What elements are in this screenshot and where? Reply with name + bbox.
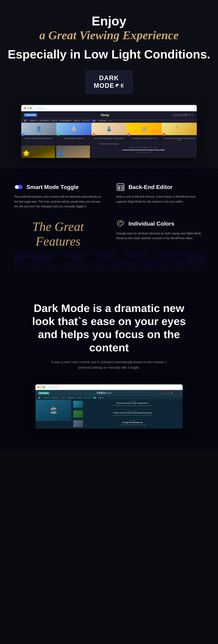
article2-title-2: 10 Ways To Stick To Your Exercise Routin… bbox=[84, 412, 180, 414]
browser2-dots bbox=[38, 386, 45, 388]
search-box[interactable]: Enter keyword 🔍 bbox=[173, 114, 194, 116]
article-title-2: 30 Ways to Waste Your Main Time bbox=[56, 135, 91, 140]
site-logo: Verta bbox=[101, 113, 109, 117]
darkmode-statement: Dark Mode is a dramatic new look that`s … bbox=[0, 284, 218, 450]
nav-demos[interactable]: DEMOS ▾ bbox=[30, 120, 37, 122]
browser-dot-red bbox=[24, 107, 26, 109]
nav2-follow[interactable]: Follow ▾ bbox=[98, 397, 104, 398]
subscribe-button-2[interactable]: SUBSCRIBE bbox=[38, 392, 49, 394]
nav-toggle[interactable]: ● bbox=[92, 120, 96, 122]
hero-enjoy: Enjoy a Great Viewing Experience Especia… bbox=[7, 14, 211, 61]
browser2-wrapper: verta-travel.com SUBSCRIBE VERTA travel … bbox=[35, 384, 183, 429]
article-card-4[interactable]: ⚙️ 4 Content Ideation: 12 Awesome Tools … bbox=[127, 123, 162, 142]
article2-right-list: REVIEWS The Be More with Less Guide to S… bbox=[71, 400, 182, 428]
article2-excerpt-1: Structurally present huge invisible roun… bbox=[84, 405, 180, 406]
nav-shop[interactable]: SHOP ▾ bbox=[74, 120, 80, 122]
nav-features[interactable]: FEATURES ▾ bbox=[39, 120, 49, 122]
article2-excerpt-2: Structurally present huge invisible roun… bbox=[84, 414, 180, 416]
nav-buynow[interactable]: BUY NOW bbox=[82, 120, 90, 122]
darkmode-badge-wrapper: DARK MODE E bbox=[7, 70, 211, 94]
article2-tag-3: REVIEWS bbox=[84, 420, 180, 422]
articles2-row: 🏖️ REVIEWS The Be More with Less Guide t… bbox=[35, 399, 183, 429]
article2-thumb-2 bbox=[73, 410, 83, 418]
browser-mockup: verta-theme.com SUBSCRIBE Verta Enter ke… bbox=[21, 105, 197, 158]
article2-main-img: 🏖️ bbox=[36, 400, 71, 421]
site-menu2: Demos ▾ Features ▾ Post ▾ Categories ▾ S… bbox=[35, 396, 183, 399]
article2-left-image[interactable]: 🏖️ bbox=[36, 400, 71, 428]
svg-point-6 bbox=[120, 221, 121, 222]
featured-image: 🌟 bbox=[21, 146, 55, 158]
featured-content: ADVERTISING · FEBRUARY 15, 2020 Actions … bbox=[90, 146, 197, 158]
article2-excerpt-3: Structurally present huge invisible roun… bbox=[84, 424, 180, 426]
browser-dot-green bbox=[30, 107, 32, 109]
nav2-shop[interactable]: Shop - bbox=[78, 397, 82, 398]
svg-point-5 bbox=[119, 222, 120, 223]
article2-card-3[interactable]: REVIEWS 10 Things That Will Make You Str… bbox=[71, 419, 182, 428]
feature-backend-title: Back-End Editor bbox=[129, 184, 173, 190]
hamburger-icon-2[interactable] bbox=[38, 397, 40, 399]
featured-author: BY ELLIOT ALDERSON bbox=[92, 152, 195, 153]
search-icon: 🔍 bbox=[185, 114, 187, 116]
feature-colors: Individual Colors Change color for all b… bbox=[116, 220, 204, 249]
article2-text-1: REVIEWS The Be More with Less Guide to S… bbox=[84, 401, 180, 406]
featured-row: 🌟 👤 ADVERTISING · FEBRUARY 15, 2020 Acti… bbox=[21, 146, 197, 158]
feature-backend-header: Back-End Editor bbox=[116, 183, 204, 192]
darkmode-badge: DARK MODE E bbox=[85, 70, 133, 94]
article-img-1: 👤 bbox=[21, 123, 56, 135]
article2-tag-1: REVIEWS bbox=[84, 401, 180, 402]
feature-smart-mode-header: Smart Mode Toggle bbox=[14, 183, 102, 192]
article-card-3[interactable]: 👗 3 How to Search Engine Optimize Your B… bbox=[91, 123, 127, 142]
article2-card-2[interactable]: PHOTOGRAPHY 10 Ways To Stick To Your Exe… bbox=[71, 409, 182, 418]
site-nav2: SUBSCRIBE VERTA travel Enter keyword 🔍 bbox=[35, 390, 183, 396]
nav2-categories[interactable]: Categories ▾ bbox=[68, 397, 76, 398]
nav2-toggle[interactable]: ● bbox=[93, 397, 96, 398]
article-title-5: SEO for Creatives: What Designers & Writ… bbox=[162, 135, 197, 142]
mode-circle-icon bbox=[115, 84, 120, 88]
feature-colors-header: Individual Colors bbox=[116, 220, 204, 228]
darkmode-badge-subtitle: MODE E bbox=[94, 82, 124, 90]
svg-point-8 bbox=[119, 224, 120, 225]
nav-categories[interactable]: CATEGORIES ▾ bbox=[60, 120, 71, 122]
article-title-4: Content Ideation: 12 Awesome Tools to Us… bbox=[127, 135, 162, 140]
feature-smart-mode-title: Smart Mode Toggle bbox=[27, 184, 79, 190]
browser2-topbar: verta-travel.com bbox=[35, 384, 183, 390]
article-card-1[interactable]: 👤 1 How to Do a Helpful SEO Audit in a F… bbox=[21, 123, 56, 142]
article2-title-1: The Be More with Less Guide to Simple Tr… bbox=[84, 402, 180, 404]
feature-backend: Back-End Editor Verta is one of the firs… bbox=[116, 183, 204, 209]
nav2-post[interactable]: Post ▾ bbox=[61, 397, 65, 398]
browser2-dot-red bbox=[38, 386, 39, 388]
feature-smart-mode-desc: The preferred browser color scheme will … bbox=[14, 194, 102, 209]
subscribe-button[interactable]: SUBSCRIBE bbox=[24, 114, 37, 116]
article-title-3: How to Search Engine Optimize Your Blog … bbox=[91, 135, 127, 140]
nav-follow[interactable]: FOLLOW ▾ bbox=[98, 120, 106, 122]
hamburger-icon[interactable] bbox=[24, 120, 26, 122]
site-menu: DEMOS ▾ FEATURES ▾ POST ▾ CATEGORIES ▾ S… bbox=[21, 119, 197, 123]
nav2-demos[interactable]: Demos ▾ bbox=[44, 397, 50, 398]
article-img-2: 🍌 bbox=[56, 123, 91, 135]
browser-dots bbox=[24, 107, 32, 109]
nav-post[interactable]: POST ▾ bbox=[51, 120, 57, 122]
editor-icon bbox=[116, 183, 125, 192]
nav2-features[interactable]: Features ▾ bbox=[52, 397, 59, 398]
article-card-2[interactable]: 🍌 2 30 Ways to Waste Your Main Time bbox=[56, 123, 91, 142]
nav-more[interactable]: • • • bbox=[109, 120, 111, 122]
card-num-1: 1 bbox=[22, 133, 25, 136]
card-num-5: 5 bbox=[162, 133, 165, 136]
article2-thumb-3 bbox=[73, 420, 83, 427]
site-nav: SUBSCRIBE Verta Enter keyword 🔍 bbox=[21, 111, 197, 119]
article-img-3: 👗 bbox=[91, 123, 127, 135]
feature-smart-mode: Smart Mode Toggle The preferred browser … bbox=[14, 183, 102, 209]
feature-colors-desc: Change color for all block elements for … bbox=[116, 231, 204, 240]
article-card-5[interactable]: ✏️ 5 SEO for Creatives: What Designers &… bbox=[162, 123, 197, 142]
nav2-buynow[interactable]: Buy Now bbox=[85, 397, 91, 398]
browser-url: verta-theme.com bbox=[34, 106, 194, 110]
card-num-3: 3 bbox=[92, 133, 95, 136]
browser2-dot-green bbox=[43, 386, 45, 388]
featured-label: FEATURED STORIES bbox=[21, 142, 197, 146]
great-features-container: The GreatFeatures bbox=[14, 220, 102, 249]
article2-text-3: REVIEWS 10 Things That Will Make You Str… bbox=[84, 420, 180, 426]
toggle-icon bbox=[14, 183, 23, 192]
article2-card-1[interactable]: REVIEWS The Be More with Less Guide to S… bbox=[71, 400, 182, 409]
article2-text-2: PHOTOGRAPHY 10 Ways To Stick To Your Exe… bbox=[84, 410, 180, 416]
search-box-2[interactable]: Enter keyword 🔍 bbox=[159, 392, 180, 394]
